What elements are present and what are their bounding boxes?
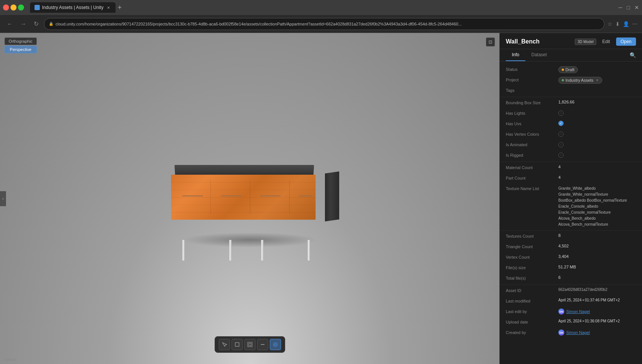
search-button[interactable]: 🔍: [630, 49, 636, 61]
download-button[interactable]: ⬇: [615, 21, 620, 27]
model-type-badge: 3D Model: [575, 39, 596, 45]
tab-close-button[interactable]: ✕: [106, 5, 111, 10]
tab-title: Industry Assets | Assets | Unity: [42, 5, 104, 10]
info-row-upload-date: Upload date April 25, 2024 • 01:36:08 PM…: [500, 317, 642, 328]
3d-viewport[interactable]: Orthographic Perspective ⊡: [0, 33, 499, 364]
last-modified-value: April 25, 2024 • 01:37:46 PM GMT+2: [558, 298, 636, 302]
divider-3: [500, 230, 642, 231]
bookmark-button[interactable]: ☆: [607, 21, 612, 27]
part-count-value: 4: [558, 175, 636, 180]
divider-4: [500, 285, 642, 285]
last-edit-by-value: SN Simon Nagel: [558, 309, 636, 315]
creator-avatar: SN Simon Nagel: [558, 330, 590, 336]
bench-shadow: [182, 232, 317, 247]
last-editor-avatar-circle: SN: [558, 309, 564, 315]
close-window-button[interactable]: [3, 4, 9, 10]
status-text: Draft: [565, 67, 574, 72]
total-files-value: 6: [558, 275, 636, 280]
nav-actions: ☆ ⬇ 👤 ⋯: [607, 21, 637, 27]
info-panel: Wall_Bench 3D Model Edit Open Info Datas…: [499, 33, 642, 364]
vertex-colors-icon: ○: [558, 132, 564, 137]
vertex-colors-label: Has Vertex Colors: [506, 131, 558, 136]
svg-point-4: [274, 344, 276, 346]
created-by-label: Created by: [506, 330, 558, 335]
address-text: cloud.unity.com/home/organizations/90714…: [56, 22, 600, 26]
last-editor-name[interactable]: Simon Nagel: [566, 309, 590, 314]
os-minimize-button[interactable]: ─: [619, 4, 622, 10]
creator-avatar-circle: SN: [558, 330, 564, 336]
tab-favicon: [35, 5, 40, 10]
viewport-footer: Diffuse: [5, 358, 16, 362]
info-row-asset-id: Asset ID 662a4028d831a27ded26f0b2: [500, 286, 642, 296]
forward-button[interactable]: →: [18, 19, 29, 29]
created-by-value: SN Simon Nagel: [558, 330, 636, 336]
maximize-window-button[interactable]: [18, 4, 24, 10]
project-badge: Industry Assets ✕: [558, 77, 602, 84]
wood-grain-overlay: [171, 175, 316, 220]
file-size-label: File(s) size: [506, 265, 558, 270]
browser-tab[interactable]: Industry Assets | Assets | Unity ✕: [30, 2, 116, 13]
open-button[interactable]: Open: [616, 37, 636, 46]
project-close-button[interactable]: ✕: [596, 78, 599, 82]
bench-leg-3: [261, 240, 263, 261]
panel-title: Wall_Bench: [506, 38, 540, 45]
os-restore-button[interactable]: □: [627, 4, 630, 10]
info-row-texture-names: Texture Name List Granite_White_albedo G…: [500, 184, 642, 229]
3d-scene: [171, 165, 329, 240]
minimize-window-button[interactable]: [11, 4, 17, 10]
bench-leg-1: [182, 240, 185, 261]
svg-rect-1: [248, 342, 252, 347]
window-controls: [3, 4, 24, 10]
bench-side-panel: [325, 171, 339, 221]
creator-name[interactable]: Simon Nagel: [566, 330, 590, 335]
bench-leg-4: [308, 240, 310, 261]
info-row-last-edit-by: Last edit by SN Simon Nagel: [500, 307, 642, 317]
is-animated-icon: ○: [558, 142, 564, 147]
has-lights-icon: ○: [558, 111, 564, 116]
status-dot: [562, 69, 564, 71]
material-count-label: Material Count: [506, 165, 558, 170]
settings-tool-button[interactable]: [270, 339, 281, 350]
orthographic-view-button[interactable]: Orthographic: [5, 37, 37, 45]
new-tab-button[interactable]: +: [116, 4, 124, 12]
last-modified-label: Last modified: [506, 298, 558, 303]
line-tool-button[interactable]: [257, 339, 268, 350]
info-content: Status Draft Project Industry Assets ✕: [500, 61, 642, 364]
info-row-has-lights: Has Lights ○: [500, 108, 642, 119]
back-button[interactable]: ←: [5, 19, 15, 29]
frame-tool-button[interactable]: [244, 339, 256, 350]
perspective-view-button[interactable]: Perspective: [5, 46, 37, 53]
edit-button[interactable]: Edit: [599, 38, 613, 45]
triangle-count-label: Triangle Count: [506, 244, 558, 249]
address-bar[interactable]: 🔒 cloud.unity.com/home/organizations/907…: [44, 18, 604, 30]
bench-front-panel: [171, 175, 316, 220]
info-row-vertex-count: Vertex Count 3,404: [500, 252, 642, 263]
profile-button[interactable]: 👤: [623, 21, 629, 27]
select-tool-button[interactable]: [219, 339, 230, 350]
project-dot: [562, 79, 564, 81]
svg-point-5: [273, 343, 277, 347]
tags-label: Tags: [506, 87, 558, 93]
browser-nav-bar: ← → ↻ 🔒 cloud.unity.com/home/organizatio…: [0, 15, 642, 33]
tab-info[interactable]: Info: [506, 49, 525, 61]
upload-date-label: Upload date: [506, 319, 558, 324]
tab-dataset[interactable]: Dataset: [525, 49, 553, 61]
has-lights-label: Has Lights: [506, 110, 558, 115]
material-count-value: 4: [558, 165, 636, 169]
viewport-prev-button[interactable]: ‹: [0, 191, 6, 206]
info-row-vertex-colors: Has Vertex Colors ○: [500, 129, 642, 140]
refresh-button[interactable]: ↻: [32, 19, 41, 29]
status-badge: Draft: [558, 66, 578, 73]
viewport-settings-button[interactable]: ⊡: [486, 37, 495, 46]
triangle-count-value: 4,502: [558, 244, 636, 248]
last-edit-by-label: Last edit by: [506, 309, 558, 314]
extensions-button[interactable]: ⋯: [632, 21, 637, 27]
texture-name-label: Texture Name List: [506, 186, 558, 191]
square-tool-button[interactable]: [232, 339, 243, 350]
os-close-button[interactable]: ✕: [634, 4, 639, 10]
panel-tabs: Info Dataset 🔍: [500, 49, 642, 61]
has-lights-value: ○: [558, 110, 636, 116]
info-row-is-rigged: Is Rigged ○: [500, 150, 642, 161]
bounding-box-value: 1,826.66: [558, 100, 636, 104]
svg-rect-2: [249, 343, 251, 346]
